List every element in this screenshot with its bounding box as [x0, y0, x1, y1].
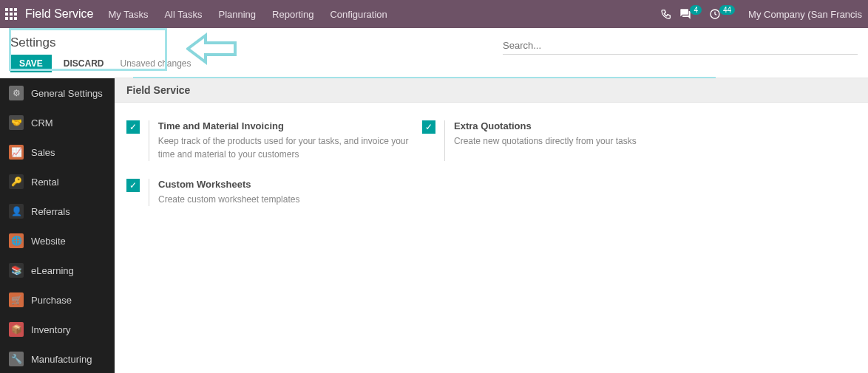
sidebar-item-label: Website	[31, 236, 66, 247]
search-input[interactable]	[503, 40, 858, 51]
sidebar-item-label: Inventory	[31, 324, 70, 335]
sidebar: ⚙General Settings 🤝CRM 📈Sales 🔑Rental 👤R…	[0, 78, 115, 373]
top-nav: My Tasks All Tasks Planning Reporting Co…	[108, 9, 660, 20]
sidebar-item-label: Rental	[31, 177, 59, 188]
svg-rect-3	[5, 13, 8, 16]
sidebar-item-label: Purchase	[31, 295, 72, 306]
person-icon: 👤	[9, 204, 24, 219]
svg-rect-5	[14, 13, 17, 16]
sidebar-item-manufacturing[interactable]: 🔧Manufacturing	[0, 344, 115, 373]
setting-time-material: ✓ Time and Material Invoicing Keep track…	[121, 116, 416, 174]
svg-rect-2	[14, 8, 17, 11]
topbar-right: 4 44 My Company (San Francis	[660, 8, 862, 20]
svg-rect-1	[10, 8, 13, 11]
topbar: Field Service My Tasks All Tasks Plannin…	[0, 0, 868, 28]
sidebar-item-label: General Settings	[31, 88, 103, 99]
section-header: Field Service	[115, 78, 868, 103]
setting-title: Time and Material Invoicing	[158, 120, 410, 131]
divider	[444, 120, 445, 161]
svg-rect-7	[10, 17, 13, 20]
sidebar-item-sales[interactable]: 📈Sales	[0, 137, 115, 167]
wrench-icon: 🔧	[9, 352, 24, 366]
sidebar-item-label: CRM	[31, 117, 53, 129]
sidebar-item-label: eLearning	[31, 265, 74, 276]
svg-rect-6	[5, 17, 8, 20]
setting-extra-quotations: ✓ Extra Quotations Create new quotations…	[416, 116, 712, 174]
divider	[149, 120, 149, 161]
gear-icon: ⚙	[9, 86, 24, 100]
search-container	[503, 37, 858, 55]
activity-badge: 44	[719, 5, 735, 15]
svg-rect-0	[5, 8, 8, 11]
brand-title: Field Service	[25, 7, 93, 21]
discard-button[interactable]: DISCARD	[58, 55, 110, 72]
sidebar-item-rental[interactable]: 🔑Rental	[0, 167, 115, 196]
page-title: Settings	[10, 35, 191, 50]
key-icon: 🔑	[9, 174, 24, 189]
divider	[149, 179, 149, 206]
handshake-icon: 🤝	[9, 115, 24, 130]
svg-rect-4	[10, 13, 13, 16]
box-icon: 📦	[9, 322, 24, 337]
save-button[interactable]: SAVE	[10, 55, 52, 72]
sidebar-item-website[interactable]: 🌐Website	[0, 226, 115, 256]
setting-title: Custom Worksheets	[158, 179, 299, 190]
book-icon: 📚	[9, 263, 24, 278]
unsaved-status: Unsaved changes	[120, 58, 191, 69]
setting-desc: Create custom worksheet templates	[158, 193, 299, 206]
setting-desc: Create new quotations directly from your…	[454, 134, 637, 148]
sidebar-item-purchase[interactable]: 🛒Purchase	[0, 285, 115, 315]
nav-my-tasks[interactable]: My Tasks	[108, 9, 148, 20]
sidebar-item-elearning[interactable]: 📚eLearning	[0, 256, 115, 285]
sidebar-item-label: Manufacturing	[31, 354, 92, 365]
checkbox-time-material[interactable]: ✓	[126, 120, 140, 134]
apps-icon[interactable]	[4, 7, 18, 21]
nav-all-tasks[interactable]: All Tasks	[164, 9, 202, 20]
chat-badge: 4	[690, 5, 702, 15]
sidebar-item-crm[interactable]: 🤝CRM	[0, 108, 115, 137]
sidebar-item-label: Referrals	[31, 206, 70, 217]
content: Field Service ✓ Time and Material Invoic…	[115, 78, 868, 373]
svg-rect-8	[14, 17, 17, 20]
setting-desc: Keep track of the products used for your…	[158, 134, 410, 161]
globe-icon: 🌐	[9, 233, 24, 248]
nav-configuration[interactable]: Configuration	[330, 9, 387, 20]
nav-reporting[interactable]: Reporting	[272, 9, 313, 20]
sidebar-item-referrals[interactable]: 👤Referrals	[0, 196, 115, 226]
setting-title: Extra Quotations	[454, 120, 637, 131]
phone-icon[interactable]	[660, 8, 672, 20]
sidebar-item-inventory[interactable]: 📦Inventory	[0, 315, 115, 344]
clock-icon[interactable]: 44	[709, 8, 735, 20]
settings-grid: ✓ Time and Material Invoicing Keep track…	[115, 103, 868, 233]
cart-icon: 🛒	[9, 292, 24, 307]
chart-icon: 📈	[9, 145, 24, 160]
sidebar-item-general-settings[interactable]: ⚙General Settings	[0, 78, 115, 108]
chat-icon[interactable]: 4	[679, 8, 702, 20]
checkbox-extra-quotations[interactable]: ✓	[422, 120, 435, 134]
nav-planning[interactable]: Planning	[218, 9, 256, 20]
setting-custom-worksheets: ✓ Custom Worksheets Create custom worksh…	[121, 174, 416, 219]
header: Settings SAVE DISCARD Unsaved changes	[0, 28, 868, 78]
sidebar-item-label: Sales	[31, 147, 55, 158]
company-name[interactable]: My Company (San Francis	[748, 9, 862, 20]
checkbox-custom-worksheets[interactable]: ✓	[126, 179, 140, 192]
